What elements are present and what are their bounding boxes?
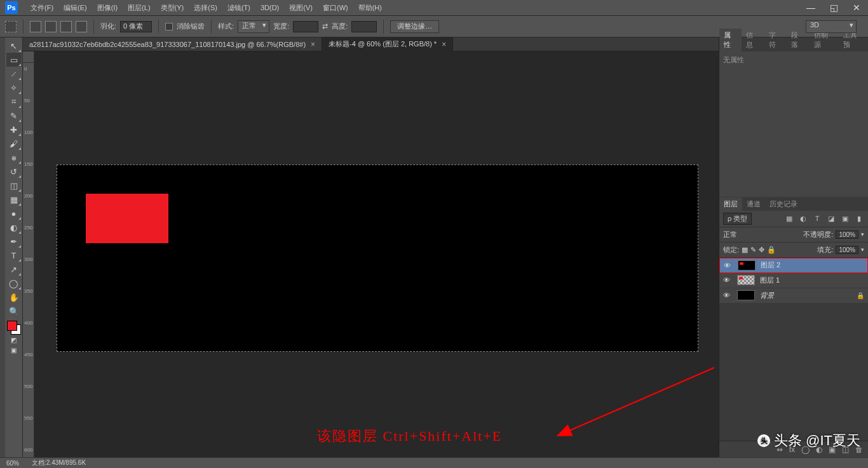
lasso-tool[interactable]: ⟋ xyxy=(6,67,22,81)
no-properties-label: 无属性 xyxy=(723,56,744,64)
close-icon[interactable]: × xyxy=(311,40,315,49)
tab-channels[interactable]: 通道 xyxy=(742,197,765,211)
tab-history[interactable]: 历史记录 xyxy=(765,197,802,211)
menu-file[interactable]: 文件(F) xyxy=(25,1,58,15)
width-input[interactable] xyxy=(293,21,318,32)
marquee-tool[interactable]: ▭ xyxy=(6,53,22,67)
gradient-tool[interactable]: ▦ xyxy=(6,192,22,206)
chevron-down-icon[interactable]: ▾ xyxy=(861,231,864,237)
menu-view[interactable]: 视图(V) xyxy=(284,1,318,15)
lock-position-icon[interactable]: ✥ xyxy=(759,246,764,254)
filter-toggle-icon[interactable]: ▮ xyxy=(854,214,864,223)
document-tab-2[interactable]: 未标题-4 @ 60% (图层 2, RGB/8) * × xyxy=(322,37,453,51)
brush-tool[interactable]: 🖌 xyxy=(6,137,22,150)
layer-thumbnail[interactable] xyxy=(737,275,755,285)
layer-filter-select[interactable]: ρ 类型 xyxy=(723,213,752,225)
shape-tool[interactable]: ◯ xyxy=(6,276,22,290)
chevron-down-icon[interactable]: ▾ xyxy=(861,246,864,253)
eraser-tool[interactable]: ◫ xyxy=(6,178,22,192)
canvas-viewport[interactable]: 该隐图层 Ctrl+Shift+Alt+E xyxy=(34,63,719,457)
visibility-icon[interactable]: 👁 xyxy=(724,262,733,269)
crop-tool[interactable]: ⌗ xyxy=(6,95,22,109)
tab-properties[interactable]: 属性 xyxy=(719,29,742,51)
filter-adjust-icon[interactable]: ◐ xyxy=(798,214,808,223)
lock-transparent-icon[interactable]: ▩ xyxy=(742,246,748,254)
layer-name[interactable]: 图层 1 xyxy=(760,276,780,285)
filter-type-icon[interactable]: T xyxy=(812,214,822,223)
blur-tool[interactable]: ● xyxy=(6,206,22,220)
magic-wand-tool[interactable]: ✧ xyxy=(6,81,22,95)
close-button[interactable]: ✕ xyxy=(845,1,868,15)
filter-smart-icon[interactable]: ▣ xyxy=(840,214,850,223)
selection-subtract-icon[interactable] xyxy=(60,21,72,32)
menu-window[interactable]: 窗口(W) xyxy=(318,1,353,15)
layer-item-bg[interactable]: 👁 背景 🔒 xyxy=(719,288,868,304)
minimize-button[interactable]: — xyxy=(799,1,822,15)
path-selection-tool[interactable]: ↗ xyxy=(6,262,22,276)
layer-name[interactable]: 图层 2 xyxy=(761,260,780,270)
history-brush-tool[interactable]: ↺ xyxy=(6,164,22,178)
tab-info[interactable]: 信息 xyxy=(742,29,764,51)
lock-all-icon[interactable]: 🔒 xyxy=(767,246,776,254)
document-area: a28117ac91032c7eb6bdb2c42555ea83_9173330… xyxy=(23,37,719,457)
document-tab-1[interactable]: a28117ac91032c7eb6bdb2c42555ea83_9173330… xyxy=(23,37,322,51)
opacity-input[interactable]: 100% xyxy=(836,231,858,239)
tab-layers[interactable]: 图层 xyxy=(719,197,742,211)
menu-image[interactable]: 图像(I) xyxy=(92,1,123,15)
canvas[interactable] xyxy=(57,164,698,352)
layer-item-2[interactable]: 👁 图层 2 xyxy=(719,258,868,273)
zoom-level[interactable]: 60% xyxy=(6,460,19,467)
red-rectangle-shape xyxy=(86,194,168,243)
selection-new-icon[interactable] xyxy=(30,21,41,32)
eyedropper-tool[interactable]: ✎ xyxy=(6,109,22,123)
color-swatch[interactable] xyxy=(7,321,21,335)
doc-info[interactable]: 文档:2.43M/895.6K xyxy=(32,458,86,467)
width-label: 宽度: xyxy=(273,22,289,31)
type-tool[interactable]: T xyxy=(6,248,22,262)
marquee-tool-icon[interactable] xyxy=(5,21,17,32)
style-select[interactable]: 正常 xyxy=(238,20,269,33)
menu-filter[interactable]: 滤镜(T) xyxy=(222,1,255,15)
dodge-tool[interactable]: ◐ xyxy=(6,220,22,234)
screenmode-toggle[interactable]: ▣ xyxy=(7,345,21,355)
tab-character[interactable]: 字符 xyxy=(764,29,787,51)
menu-3d[interactable]: 3D(D) xyxy=(255,2,284,13)
ruler-vertical[interactable]: 050100150200250300350400450500550600 xyxy=(23,63,34,457)
feather-input[interactable] xyxy=(120,21,152,32)
menu-edit[interactable]: 编辑(E) xyxy=(58,1,92,15)
refine-edge-button[interactable]: 调整边缘… xyxy=(390,20,439,33)
hand-tool[interactable]: ✋ xyxy=(6,290,22,304)
selection-intersect-icon[interactable] xyxy=(76,21,87,32)
antialias-checkbox[interactable] xyxy=(165,23,173,30)
menu-type[interactable]: 类型(Y) xyxy=(156,1,189,15)
toolbox-handle[interactable] xyxy=(0,37,5,457)
healing-brush-tool[interactable]: ✚ xyxy=(6,123,22,137)
menu-help[interactable]: 帮助(H) xyxy=(353,1,387,15)
layer-thumbnail[interactable] xyxy=(738,260,756,271)
foreground-color[interactable] xyxy=(7,321,17,331)
properties-tabbar: 属性 信息 字符 段落 仿制源 工具预 xyxy=(719,37,868,51)
move-tool[interactable]: ↖ xyxy=(6,39,22,53)
lock-paint-icon[interactable]: ✎ xyxy=(750,246,756,254)
fill-input[interactable]: 100% xyxy=(836,246,858,254)
quickmask-toggle[interactable]: ◩ xyxy=(7,335,21,345)
visibility-icon[interactable]: 👁 xyxy=(723,276,732,284)
visibility-icon[interactable]: 👁 xyxy=(723,291,732,299)
blend-mode-select[interactable]: 正常 xyxy=(723,230,771,239)
filter-shape-icon[interactable]: ◪ xyxy=(826,214,836,223)
zoom-tool[interactable]: 🔍 xyxy=(6,304,22,318)
layer-thumbnail[interactable] xyxy=(737,290,755,300)
clone-stamp-tool[interactable]: ⎈ xyxy=(6,150,22,164)
workspace-select[interactable]: 3D xyxy=(806,20,857,33)
menu-select[interactable]: 选择(S) xyxy=(189,1,222,15)
selection-add-icon[interactable] xyxy=(45,21,57,32)
layer-name[interactable]: 背景 xyxy=(760,291,774,300)
pen-tool[interactable]: ✒ xyxy=(6,234,22,248)
close-icon[interactable]: × xyxy=(442,40,446,49)
maximize-button[interactable]: ◱ xyxy=(822,1,845,15)
layer-item-1[interactable]: 👁 图层 1 xyxy=(719,273,868,288)
filter-pixel-icon[interactable]: ▦ xyxy=(784,214,794,223)
height-input[interactable] xyxy=(351,21,377,32)
menu-layer[interactable]: 图层(L) xyxy=(123,1,155,15)
swap-wh-icon[interactable]: ⇄ xyxy=(322,22,328,30)
